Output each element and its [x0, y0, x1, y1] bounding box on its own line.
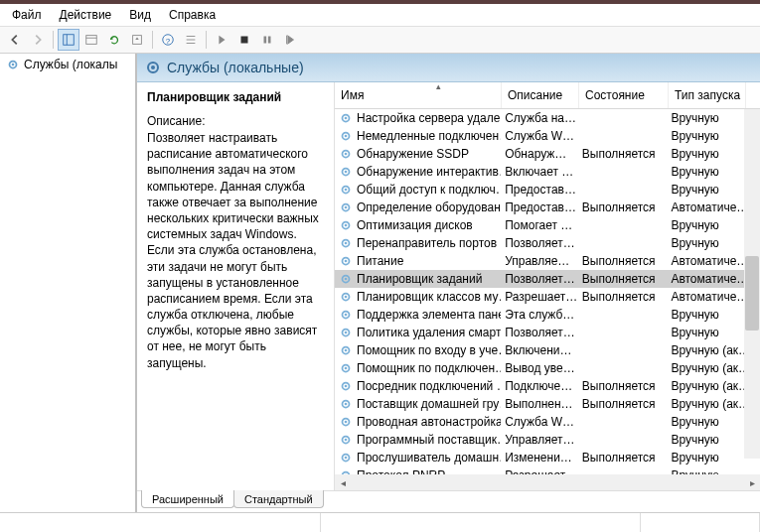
svg-rect-0: [64, 35, 75, 46]
column-description[interactable]: Описание: [502, 82, 579, 108]
cell-start: Вручную: [667, 165, 744, 179]
svg-point-16: [151, 66, 155, 69]
cell-desc: Выполнен…: [501, 397, 578, 411]
service-row[interactable]: Посредник подключений …Подключе…Выполняе…: [335, 377, 744, 395]
service-row[interactable]: Проводная автонастройкаСлужба W…Вручную: [335, 413, 744, 431]
svg-point-36: [345, 278, 348, 281]
cell-state: Выполняется: [578, 272, 668, 286]
service-row[interactable]: Протокол PNRPРазрешает…Вручную: [335, 466, 744, 474]
cell-start: Автоматиче…: [667, 272, 744, 286]
vertical-scrollbar[interactable]: [744, 109, 760, 459]
service-row[interactable]: Перенаправитель портов …Позволяет…Вручну…: [335, 234, 744, 252]
gear-icon: [339, 111, 353, 125]
service-row[interactable]: Общий доступ к подключ…Предостав…Вручную: [335, 181, 744, 199]
refresh-button[interactable]: [103, 29, 125, 51]
svg-rect-2: [86, 36, 97, 45]
cell-name: Обнаружение интерактив…: [335, 165, 501, 179]
cell-name: Определение оборудован…: [335, 200, 501, 214]
service-row[interactable]: Прослушиватель домашн…Изменени…Выполняет…: [335, 449, 744, 466]
cell-start: Вручную: [667, 326, 744, 339]
column-state[interactable]: Состояние: [579, 82, 669, 108]
cell-desc: Позволяет…: [501, 272, 578, 286]
cell-name: Протокол PNRP: [335, 468, 501, 474]
svg-point-54: [345, 439, 348, 442]
toolbar: ?: [0, 26, 760, 54]
cell-name: Общий доступ к подключ…: [335, 183, 501, 197]
tree-item-services[interactable]: Службы (локалы: [2, 56, 133, 73]
scroll-left-icon[interactable]: ◂: [335, 477, 351, 488]
cell-name: Планировщик классов му…: [335, 290, 501, 304]
toolbar-separator: [152, 31, 153, 49]
service-row[interactable]: Немедленные подключен…Служба W…Вручную: [335, 127, 744, 145]
svg-point-48: [345, 385, 348, 388]
tab-standard[interactable]: Стандартный: [233, 490, 324, 508]
cell-desc: Разрешает…: [501, 290, 578, 304]
menu-help[interactable]: Справка: [161, 6, 224, 24]
menu-view[interactable]: Вид: [121, 6, 159, 24]
service-row[interactable]: Обнаружение интерактив…Включает …Вручную: [335, 163, 744, 181]
service-row[interactable]: Обнаружение SSDPОбнаруж…ВыполняетсяВручн…: [335, 145, 744, 163]
cell-state: Выполняется: [578, 147, 668, 161]
list-button[interactable]: [180, 29, 202, 51]
cell-desc: Позволяет…: [501, 326, 578, 339]
description-label: Описание:: [147, 114, 324, 128]
svg-text:?: ?: [166, 37, 171, 46]
gear-icon: [339, 272, 353, 286]
service-row[interactable]: Планировщик классов му…Разрешает…Выполня…: [335, 288, 744, 306]
menu-action[interactable]: Действие: [52, 6, 120, 24]
cell-desc: Подключе…: [501, 379, 578, 393]
service-row[interactable]: Оптимизация дисковПомогает …Вручную: [335, 216, 744, 234]
tree-pane: Службы (локалы: [0, 54, 137, 512]
service-row[interactable]: Помощник по подключен…Вывод уве…Вручную …: [335, 359, 744, 377]
service-row[interactable]: Настройка сервера удален…Служба на…Вручн…: [335, 109, 744, 127]
cell-desc: Включает …: [501, 165, 578, 179]
cell-start: Вручную: [667, 236, 744, 250]
service-row[interactable]: Политика удаления смарт…Позволяет…Вручну…: [335, 324, 744, 341]
help-button[interactable]: ?: [157, 29, 179, 51]
cell-desc: Служба W…: [501, 415, 578, 429]
cell-desc: Разрешает…: [501, 468, 578, 474]
service-row[interactable]: Поставщик домашней гру…Выполнен…Выполняе…: [335, 395, 744, 413]
service-row[interactable]: Определение оборудован…Предостав…Выполня…: [335, 199, 744, 216]
service-row[interactable]: Планировщик заданийПозволяет…Выполняется…: [335, 270, 744, 288]
cell-name: Поддержка элемента пане…: [335, 308, 501, 322]
gear-icon: [339, 451, 353, 465]
cell-start: Вручную: [667, 468, 744, 474]
toolbar-separator: [53, 31, 54, 49]
stop-service-button[interactable]: [233, 29, 255, 51]
description-pane: Планировщик заданий Описание: Позволяет …: [137, 82, 334, 490]
show-tree-button[interactable]: [58, 29, 79, 51]
gear-icon: [339, 379, 353, 393]
nav-forward-button[interactable]: [27, 29, 49, 51]
column-name[interactable]: Имя: [335, 82, 502, 108]
menu-file[interactable]: Файл: [4, 6, 50, 24]
description-text: Позволяет настраивать расписание автомат…: [147, 130, 324, 371]
cell-start: Вручную (ак…: [667, 361, 744, 375]
horizontal-scrollbar[interactable]: ◂ ▸: [335, 474, 760, 490]
column-startup[interactable]: Тип запуска: [669, 82, 746, 108]
cell-start: Вручную: [667, 147, 744, 161]
svg-point-18: [345, 117, 348, 120]
cell-start: Вручную: [667, 111, 744, 125]
cell-desc: Служба W…: [501, 129, 578, 143]
scrollbar-thumb[interactable]: [745, 256, 759, 331]
pane-header: Службы (локальные): [137, 54, 760, 82]
gear-icon: [145, 60, 161, 75]
cell-name: Политика удаления смарт…: [335, 326, 501, 339]
start-service-button[interactable]: [211, 29, 232, 51]
cell-start: Вручную: [667, 129, 744, 143]
tab-extended[interactable]: Расширенный: [141, 490, 234, 508]
export-button[interactable]: [126, 29, 148, 51]
properties-button[interactable]: [80, 29, 102, 51]
restart-service-button[interactable]: [279, 29, 301, 51]
scroll-right-icon[interactable]: ▸: [744, 477, 760, 488]
service-row[interactable]: Программный поставщик…Управляет…Вручную: [335, 431, 744, 449]
cell-state: Выполняется: [578, 290, 668, 304]
service-row[interactable]: Поддержка элемента пане…Эта служб…Вручну…: [335, 306, 744, 324]
service-row[interactable]: ПитаниеУправляе…ВыполняетсяАвтоматиче…: [335, 252, 744, 270]
cell-desc: Вывод уве…: [501, 361, 578, 375]
pause-service-button[interactable]: [256, 29, 278, 51]
service-row[interactable]: Помощник по входу в уче…Включени…Вручную…: [335, 341, 744, 359]
svg-point-26: [345, 189, 348, 192]
nav-back-button[interactable]: [4, 29, 26, 51]
